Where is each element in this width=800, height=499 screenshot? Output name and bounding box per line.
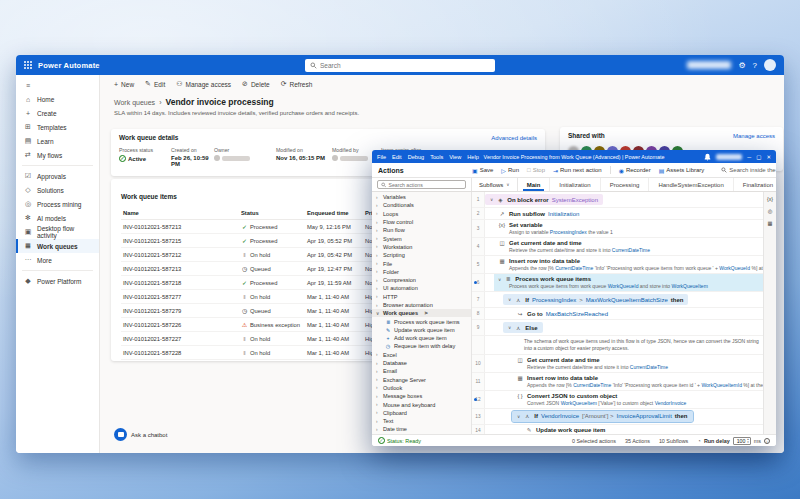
flow-action[interactable]: ◫Get current date and timeRetrieve the c… [512,355,763,372]
sidebar-item-approvals[interactable]: ☑Approvals [16,169,99,183]
action-group-database[interactable]: ›Database [372,359,471,367]
sidebar-item-learn[interactable]: ▤Learn [16,134,99,148]
toolbar-button-refresh[interactable]: ⟳Refresh [281,80,313,88]
sidebar-item-templates[interactable]: ⊞Templates [16,120,99,134]
action-group-ui-automation[interactable]: ›UI automation [372,284,471,292]
breakpoint-dot[interactable] [474,398,477,401]
run-next-action-button[interactable]: ⇥Run next action [553,167,602,174]
chevron-down-icon[interactable]: ∨ [508,325,511,330]
sidebar-item-my-flows[interactable]: ⇄My flows [16,148,99,162]
action-group-exchange-server[interactable]: ›Exchange Server [372,376,471,384]
sidebar-item-process-mining[interactable]: ◎Process mining [16,197,99,211]
menu-view[interactable]: View [449,154,461,160]
sidebar-item-work-queues[interactable]: ≣Work queues [16,239,99,253]
action-group-compression[interactable]: ›Compression [372,276,471,284]
breakpoint-dot[interactable] [474,281,477,284]
search-input[interactable] [320,62,490,69]
action-group-conditionals[interactable]: ›Conditionals [372,201,471,209]
sidebar-item-solutions[interactable]: ◇Solutions [16,183,99,197]
actions-search[interactable] [372,178,472,191]
flow-comment[interactable]: The schema of work queue items used in t… [512,336,763,354]
advanced-details-link[interactable]: Advanced details [491,135,537,141]
toolbar-button-new[interactable]: +New [114,80,134,88]
flow-action[interactable]: ∨◈On block errorSystemException [485,194,603,205]
sidebar-item-ai-models[interactable]: ✻AI models [16,211,99,225]
menu-debug[interactable]: Debug [408,154,424,160]
actions-search-input[interactable] [388,182,462,188]
action-group-email[interactable]: ›Email [372,367,471,375]
sidebar-item-more[interactable]: ⋯More [16,253,99,267]
flow-action[interactable]: ↪Go toMaxBatchSizeReached [512,308,763,319]
info-icon[interactable]: i [764,438,770,444]
tab-main[interactable]: Main [518,178,551,191]
tab-initialization[interactable]: Initialization [550,178,600,191]
flow-action[interactable]: ▦Insert row into data tableAppends the r… [512,373,763,390]
action-group-excel[interactable]: ›Excel [372,351,471,359]
menu-edit[interactable]: Edit [392,154,402,160]
subflows-dropdown[interactable]: Subflows ∨ [472,178,518,191]
chevron-down-icon[interactable]: ∨ [508,297,511,302]
action-group-system[interactable]: ›System [372,234,471,242]
column-enqueued-time[interactable]: Enqueued time [305,207,363,220]
help-icon[interactable]: ? [753,61,757,70]
variables-pane-icon[interactable]: {x} [767,196,773,202]
ui-elements-pane-icon[interactable]: ◎ [768,208,773,214]
sidebar-item-home[interactable]: ⌂Home [16,92,99,106]
sidebar-item-desktop-flow-activity[interactable]: ▣Desktop flow activity [16,225,99,239]
images-pane-icon[interactable]: ▦ [768,220,773,226]
action-item-requeue-item-with-delay[interactable]: ◷Requeue item with delay [372,342,471,350]
toolbar-button-manage-access[interactable]: ⚇Manage access [176,80,231,88]
column-name[interactable]: Name [121,207,239,220]
action-group-http[interactable]: ›HTTP [372,293,471,301]
chevron-down-icon[interactable]: ∨ [498,277,501,282]
flow-action[interactable]: ∨⋏Else [503,322,543,333]
manage-access-link[interactable]: Manage access [733,133,775,139]
minimize-button[interactable]: ─ [747,154,751,160]
bell-icon[interactable] [704,153,711,161]
flow-action[interactable]: ∨⋏IfProcessingIndex > MaxWorkQueueItemBa… [503,294,688,305]
action-group-scripting[interactable]: ›Scripting [372,251,471,259]
flow-action[interactable]: {x}Set variableAssign to variable Proces… [494,220,763,237]
run-button[interactable]: ▷Run [501,167,519,174]
chevron-down-icon[interactable]: ∨ [517,414,520,419]
flow-search[interactable]: Search inside the flow [721,167,776,173]
action-group-run-flow[interactable]: ›Run flow [372,226,471,234]
chevron-down-icon[interactable]: ∨ [490,197,493,202]
tab-finalization[interactable]: Finalization [734,178,776,191]
waffle-icon[interactable] [24,61,32,69]
menu-tools[interactable]: Tools [430,154,443,160]
flow-action[interactable]: ▦Insert row into data tableAppends the r… [494,256,763,273]
recorder-button[interactable]: ◉Recorder [619,167,651,174]
assets-library-button[interactable]: ▤Assets Library [659,167,705,174]
menu-file[interactable]: File [377,154,386,160]
action-group-file[interactable]: ›File [372,259,471,267]
sidebar-item-power-platform[interactable]: ◆Power Platform [16,274,99,288]
tab-handlesystemexception[interactable]: HandleSystemException [649,178,733,191]
menu-help[interactable]: Help [467,154,479,160]
sidebar-item-create[interactable]: +Create [16,106,99,120]
breadcrumb-parent[interactable]: Work queues [114,99,155,106]
run-delay-input[interactable]: 100 ▴▾ [733,437,751,445]
action-group-clipboard[interactable]: ›Clipboard [372,409,471,417]
action-item-process-work-queue-items[interactable]: ≣Process work queue items [372,317,471,325]
toolbar-button-edit[interactable]: ✎Edit [145,80,165,88]
sidebar-collapse-button[interactable]: ≡ [16,78,99,92]
action-group-outlook[interactable]: ›Outlook [372,384,471,392]
flow-action[interactable]: ◫Get current date and timeRetrieve the c… [494,238,763,255]
action-group-variables[interactable]: ›Variables [372,193,471,201]
flow-action[interactable]: ∨≣Process work queue itemsProcess work q… [494,274,763,291]
save-button[interactable]: ▣Save [472,167,493,174]
column-status[interactable]: Status [239,207,305,220]
flow-action[interactable]: ✎Update work queue item [521,425,763,435]
environment-name-redacted[interactable] [687,61,731,69]
action-item-update-work-queue-item[interactable]: ✎Update work queue item [372,326,471,334]
action-group-workstation[interactable]: ›Workstation [372,243,471,251]
toolbar-button-delete[interactable]: ⊘Delete [242,80,270,88]
action-group-loops[interactable]: ›Loops [372,210,471,218]
flow-action[interactable]: ↗Run subflowInitialization [494,208,763,219]
action-group-work-queues[interactable]: ∨Work queues⚑ [372,309,471,317]
action-group-date-time[interactable]: ›Date time [372,425,471,433]
chatbot-button[interactable]: Ask a chatbot [114,428,167,441]
user-avatar[interactable] [764,59,776,71]
maximize-button[interactable]: ▢ [756,154,761,160]
